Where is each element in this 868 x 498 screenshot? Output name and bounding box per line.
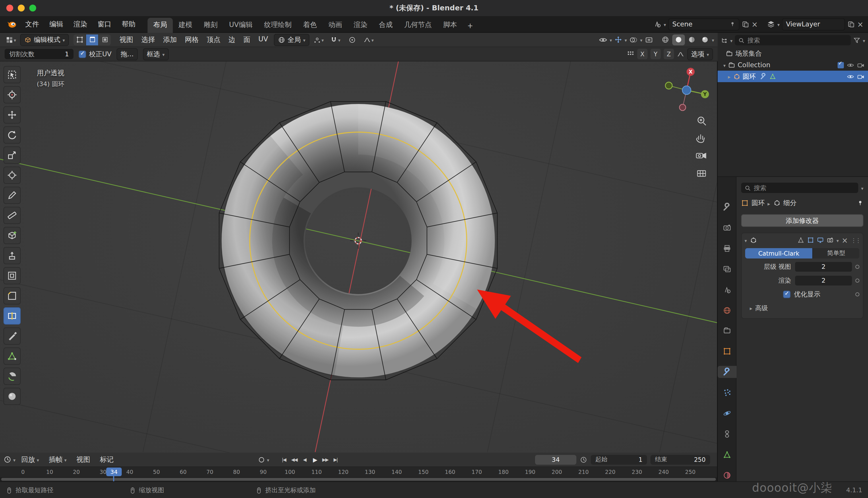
remove-view-layer-icon[interactable]	[857, 20, 864, 28]
cut-count-field[interactable]: 切割次数 1	[4, 49, 73, 59]
properties-search-input[interactable]: 搜索	[741, 183, 858, 193]
properties-tab-tool[interactable]	[719, 201, 735, 213]
prev-keyframe-button[interactable]: ◀◀	[289, 455, 299, 464]
mirror-options-icon[interactable]	[627, 50, 634, 58]
viewport-menu-item[interactable]: 添加	[159, 35, 181, 44]
scene-name-field[interactable]: Scene	[668, 18, 740, 30]
properties-tab-physics[interactable]	[719, 407, 735, 419]
pin-id-icon[interactable]	[857, 200, 864, 206]
transform-orientation-dropdown[interactable]: 全局	[274, 34, 309, 46]
shading-wireframe-button[interactable]	[659, 34, 672, 45]
timeline-tick[interactable]: 80	[233, 469, 240, 475]
xray-toggle-icon[interactable]	[645, 35, 653, 44]
scene-dropdown-chevron-icon[interactable]	[664, 20, 666, 28]
collection-checkbox[interactable]	[838, 62, 844, 68]
optimal-display-checkbox[interactable]	[783, 291, 790, 298]
frame-start-field[interactable]: 起始 1	[591, 455, 647, 464]
properties-tab-material[interactable]	[719, 469, 735, 481]
timeline-tick[interactable]: 110	[311, 469, 322, 475]
timeline-editor-icon[interactable]	[3, 456, 12, 463]
filter-funnel-icon[interactable]	[853, 37, 860, 44]
jump-to-start-button[interactable]: |◀	[279, 455, 289, 464]
timeline-tick[interactable]: 60	[180, 469, 187, 475]
timeline-scrollbar[interactable]	[0, 477, 717, 481]
tool-rotate-button[interactable]	[3, 126, 21, 144]
timeline-editor-chevron-icon[interactable]	[13, 456, 15, 463]
viewport-menu-item[interactable]: 网格	[181, 35, 203, 44]
auto-keyframe-chevron-icon[interactable]	[267, 456, 269, 463]
auto-keyframe-icon[interactable]	[258, 456, 265, 463]
workspace-tab[interactable]: UV编辑	[223, 17, 258, 32]
object-disable-render-icon[interactable]	[857, 73, 865, 80]
view-menu[interactable]: 视图	[72, 455, 94, 464]
tool-knife-button[interactable]	[3, 327, 21, 345]
nav-axis-gizmo[interactable]: X Y	[665, 68, 709, 110]
view-layer-chevron-icon[interactable]	[777, 20, 779, 28]
timeline-tick[interactable]: 160	[445, 469, 455, 475]
timeline-tick[interactable]: 90	[260, 469, 267, 475]
tool-add-cube-button[interactable]	[3, 227, 21, 244]
tool-smooth-button[interactable]	[3, 388, 21, 405]
timeline-tick[interactable]: 200	[552, 469, 562, 475]
viewport-menu-item[interactable]: 视图	[116, 35, 137, 44]
properties-tab-object[interactable]	[719, 345, 735, 357]
properties-tab-collection[interactable]	[719, 325, 735, 337]
zoom-window-button[interactable]	[29, 4, 36, 12]
overlays-icon[interactable]	[629, 35, 638, 44]
render-toggle-icon[interactable]	[827, 237, 833, 244]
pin-icon[interactable]	[730, 21, 735, 27]
catmull-clark-button[interactable]: Catmull-Clark	[745, 248, 812, 259]
tool-poly-build-button[interactable]	[3, 348, 21, 365]
timeline-tick[interactable]: 140	[392, 469, 402, 475]
pivot-point-button[interactable]	[311, 34, 326, 45]
box-select-dropdown[interactable]: 框选	[143, 48, 169, 60]
topbar-menu-item[interactable]: 渲染	[68, 18, 92, 30]
viewport-menu-item[interactable]: 面	[240, 35, 254, 44]
properties-tab-constraint[interactable]	[719, 428, 735, 440]
visibility-chevron-icon[interactable]	[610, 36, 612, 44]
simple-button[interactable]: 简单型	[812, 248, 859, 259]
timeline-tick[interactable]: 50	[153, 469, 160, 475]
correct-uv-checkbox[interactable]	[79, 50, 86, 58]
disable-render-camera-icon[interactable]	[857, 61, 865, 69]
face-select-button[interactable]	[99, 34, 111, 45]
properties-tab-world[interactable]	[719, 304, 735, 316]
marker-menu[interactable]: 标记	[96, 455, 118, 464]
scene-icon[interactable]	[653, 20, 661, 28]
timeline-tick[interactable]: 10	[46, 469, 53, 475]
mode-dropdown[interactable]: 编辑模式	[20, 34, 69, 46]
tool-cursor-button[interactable]	[3, 86, 21, 103]
animate-dot-icon[interactable]	[855, 292, 859, 297]
add-modifier-button[interactable]: 添加修改器	[741, 214, 864, 227]
blender-logo-icon[interactable]	[6, 20, 17, 28]
orthographic-grid-icon[interactable]	[697, 171, 706, 176]
levels-viewport-field[interactable]: 2	[795, 262, 852, 272]
workspace-tab[interactable]: 动画	[323, 17, 348, 32]
topbar-menu-item[interactable]: 帮助	[117, 18, 141, 30]
object-hide-eye-icon[interactable]	[847, 73, 854, 80]
workspace-tab[interactable]: 脚本	[437, 17, 463, 32]
shading-solid-button[interactable]	[672, 34, 685, 45]
timeline-tick[interactable]: 130	[365, 469, 375, 475]
outliner-row-collection[interactable]: Collection	[718, 59, 868, 71]
add-workspace-button[interactable]: +	[463, 19, 478, 32]
collection-expand-icon[interactable]	[723, 61, 725, 69]
camera-view-icon[interactable]	[696, 153, 706, 158]
tool-move-button[interactable]	[3, 106, 21, 123]
workspace-tab[interactable]: 建模	[173, 17, 198, 32]
outliner-editor-chevron-icon[interactable]	[730, 36, 733, 44]
timeline-tick[interactable]: 100	[285, 469, 295, 475]
workspace-tab[interactable]: 合成	[373, 17, 398, 32]
keying-menu[interactable]: 插帧	[45, 455, 71, 464]
workspace-tab[interactable]: 纹理绘制	[258, 17, 297, 32]
realtime-toggle-icon[interactable]	[817, 237, 824, 244]
animate-dot-icon[interactable]	[855, 265, 859, 269]
properties-tab-view-layer[interactable]	[719, 263, 735, 275]
properties-tab-render[interactable]	[719, 222, 735, 234]
properties-tab-particles[interactable]	[719, 387, 735, 399]
workspace-tab[interactable]: 着色	[297, 17, 323, 32]
timeline-tick[interactable]: 240	[659, 469, 669, 475]
timeline-tick[interactable]: 230	[632, 469, 642, 475]
jump-to-end-button[interactable]: ▶|	[331, 455, 340, 464]
3d-viewport[interactable]: 用户透视 (34) 圆环 X Y	[0, 62, 718, 453]
